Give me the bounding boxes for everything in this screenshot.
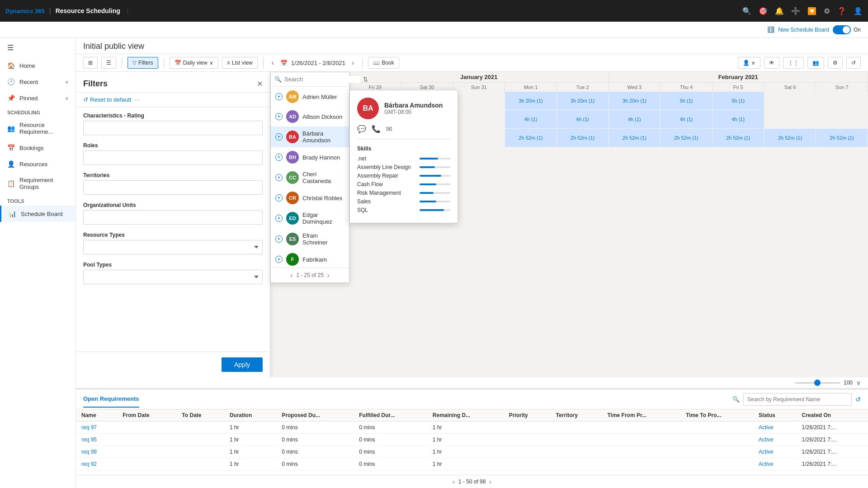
list-icon: ≡ — [227, 60, 230, 66]
grid-cell: 2h 52m (1) — [712, 129, 764, 147]
grid-view-btn[interactable]: ⊞ — [83, 57, 98, 69]
columns-icon: ⋮⋮ — [788, 60, 799, 66]
toolbar-right-btn1[interactable]: 👤 ∨ — [738, 57, 760, 69]
resource-search-input[interactable] — [284, 76, 360, 83]
home-icon: 🏠 — [7, 62, 15, 69]
sidebar-item-recent[interactable]: 🕐 Recent ∨ — [0, 74, 75, 90]
top-nav: Dynamics 365 | Resource Scheduling 🔍 🎯 🔔… — [0, 0, 868, 22]
resource-item[interactable]: + ES Efrain Schreiner — [271, 229, 349, 249]
resource-prev-btn[interactable]: ‹ — [290, 272, 292, 279]
skill-bar-container — [420, 166, 450, 168]
toolbar-right-btn3[interactable]: ⋮⋮ — [783, 57, 804, 69]
pool-types-select[interactable] — [83, 270, 263, 284]
characteristics-input[interactable] — [83, 121, 263, 135]
grid-cell — [816, 92, 868, 110]
date-prev-btn[interactable]: ‹ — [269, 58, 277, 68]
toolbar-right-btn4[interactable]: 👥 — [807, 57, 824, 69]
requirement-search-input[interactable] — [743, 393, 852, 406]
list-view-btn[interactable]: ☰ — [101, 57, 116, 69]
resource-next-btn[interactable]: › — [327, 272, 330, 279]
filter-icon[interactable]: 🔽 — [807, 7, 816, 15]
grid-cell — [764, 110, 816, 128]
filter-org-units: Organizational Units — [83, 202, 263, 225]
resource-item[interactable]: + CC Cheri Castaneda — [271, 167, 349, 188]
resource-item[interactable]: + F Fabrikam — [271, 249, 349, 267]
filters-title: Filters — [83, 79, 108, 89]
search-icon[interactable]: 🔍 — [742, 7, 751, 15]
resource-avatar: CR — [286, 192, 299, 204]
sidebar-item-requirement-groups[interactable]: 📋 Requirement Groups — [0, 172, 75, 195]
table-row: req 92 1 hr 0 mins 0 mins 1 hr Active 1/… — [76, 458, 868, 470]
message-icon[interactable]: 💬 — [357, 125, 366, 133]
resource-add-icon: + — [275, 215, 283, 222]
expand-bottom-btn[interactable]: ∨ — [856, 379, 861, 386]
schedule-board-toggle[interactable]: On — [833, 25, 861, 34]
notification-icon[interactable]: 🔔 — [775, 7, 784, 15]
filters-btn[interactable]: ▽ Filters — [127, 57, 158, 69]
apply-btn[interactable]: Apply — [222, 357, 263, 372]
sidebar-item-resource-requirements[interactable]: 👥 Resource Requireme... — [0, 117, 75, 140]
profile-timezone: GMT-08:00 — [384, 109, 443, 115]
email-icon[interactable]: ✉ — [386, 125, 392, 133]
toolbar-refresh-btn[interactable]: ↺ — [846, 57, 861, 69]
avatar: BA — [357, 98, 379, 119]
roles-input[interactable] — [83, 150, 263, 165]
grid-month-header: January 2021 February 2021 — [349, 72, 868, 83]
resource-name: Fabrikam — [302, 256, 327, 263]
filters-close-btn[interactable]: ✕ — [257, 80, 263, 88]
day-header: Tue 2 — [557, 83, 609, 92]
toolbar-settings-btn[interactable]: ⚙ — [828, 57, 843, 69]
col-name: Name — [76, 409, 117, 422]
page-title: Initial public view — [83, 42, 861, 54]
sidebar-item-resources[interactable]: 👤 Resources — [0, 156, 75, 172]
territories-input[interactable] — [83, 180, 263, 195]
resource-item[interactable]: + ED Edgar Dominquez — [271, 208, 349, 229]
resource-avatar: CC — [286, 171, 299, 184]
resource-item[interactable]: + BH Brady Hannon — [271, 147, 349, 167]
daily-view-btn[interactable]: 📅 Daily view ∨ — [170, 57, 218, 69]
resource-types-select[interactable] — [83, 240, 263, 254]
skills-container: .net Assembly Line Design Assembly Repai… — [357, 155, 450, 213]
groups-icon: 📋 — [7, 180, 15, 187]
settings-icon[interactable]: ⚙ — [824, 7, 830, 15]
status-badge: Active — [753, 446, 796, 458]
add-icon[interactable]: ➕ — [791, 7, 800, 15]
target-icon[interactable]: 🎯 — [759, 7, 768, 15]
section-tools: Tools — [0, 195, 75, 206]
date-next-btn[interactable]: › — [349, 58, 357, 68]
main-layout: ☰ 🏠 Home 🕐 Recent ∨ 📌 Pinned ∨ Schedulin… — [0, 38, 868, 488]
tab-open-requirements[interactable]: Open Requirements — [83, 391, 139, 408]
recent-icon: 🕐 — [7, 78, 15, 85]
req-prev-btn[interactable]: ‹ — [453, 478, 455, 485]
resource-avatar: AM — [286, 90, 299, 103]
bottom-refresh-icon[interactable]: ↺ — [855, 396, 861, 403]
zoom-slider[interactable] — [795, 382, 840, 384]
more-options-icon[interactable]: ··· — [135, 96, 140, 103]
resource-avatar: AD — [286, 110, 299, 123]
toolbar-right-btn2[interactable]: 👁 — [764, 57, 779, 69]
book-btn[interactable]: 📖 Book — [368, 57, 399, 69]
sidebar-item-pinned[interactable]: 📌 Pinned ∨ — [0, 90, 75, 106]
sidebar-item-bookings[interactable]: 📅 Bookings — [0, 140, 75, 156]
schedule-board-icon: 📊 — [9, 210, 16, 217]
org-units-input[interactable] — [83, 210, 263, 225]
help-icon[interactable]: ❓ — [837, 7, 846, 15]
req-next-btn[interactable]: › — [489, 478, 491, 485]
sidebar-item-home[interactable]: 🏠 Home — [0, 57, 75, 74]
skill-name: Assembly Line Design — [357, 164, 416, 170]
list-view-toggle-btn[interactable]: ≡ List view — [222, 57, 258, 69]
phone-icon[interactable]: 📞 — [372, 125, 381, 133]
user-icon[interactable]: 👤 — [854, 7, 863, 15]
sort-icon[interactable]: ⇅ — [363, 76, 368, 83]
filter-resource-types: Resource Types — [83, 232, 263, 254]
hamburger-menu[interactable]: ☰ — [0, 38, 75, 57]
skill-row: SQL — [357, 207, 450, 213]
resource-item[interactable]: + CR Christal Robles — [271, 188, 349, 208]
resource-item[interactable]: + BA Bárbara Amundson — [271, 127, 349, 147]
resource-item[interactable]: + AM Adrien Müller — [271, 87, 349, 107]
sidebar-item-schedule-board[interactable]: 📊 Schedule Board — [0, 206, 75, 222]
grid-cell: 2h 52m (1) — [505, 129, 557, 147]
reset-btn[interactable]: ↺ Reset to default — [83, 96, 131, 103]
resource-name: Adrien Müller — [302, 94, 337, 100]
resource-item[interactable]: + AD Allison Dickson — [271, 107, 349, 127]
